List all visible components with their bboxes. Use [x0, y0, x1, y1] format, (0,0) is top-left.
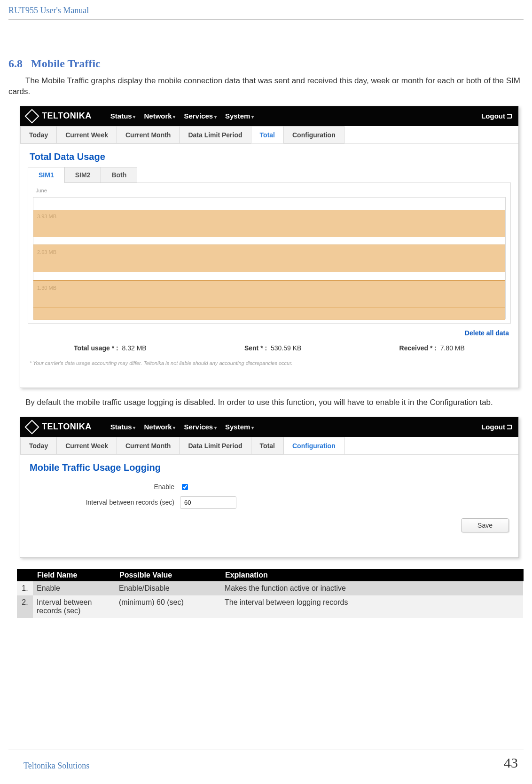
teltonika-logo: TELTONIKA	[27, 111, 92, 121]
nav-network[interactable]: Network	[144, 112, 175, 120]
tab-data-limit[interactable]: Data Limit Period	[179, 437, 250, 454]
nav-status[interactable]: Status	[110, 423, 136, 431]
main-nav-2: Status Network Services System	[110, 423, 254, 431]
teltonika-logo-2: TELTONIKA	[27, 422, 92, 432]
logo-text: TELTONIKA	[42, 111, 92, 121]
footer-brand: Teltonika Solutions	[23, 761, 89, 771]
table-row: 2. Interval between records (sec) (minim…	[17, 595, 523, 618]
logo-icon	[24, 420, 39, 434]
tab-today[interactable]: Today	[20, 126, 56, 143]
tab-total[interactable]: Total	[251, 437, 283, 454]
tab-current-week[interactable]: Current Week	[56, 126, 117, 143]
tab-total[interactable]: Total	[251, 126, 283, 143]
stat-total: Total usage * : 8.32 MB	[74, 344, 147, 352]
nav-status[interactable]: Status	[110, 112, 136, 120]
tab-current-month[interactable]: Current Month	[117, 437, 179, 454]
page-footer: Teltonika Solutions 43	[0, 755, 532, 771]
fields-table: Field Name Possible Value Explanation 1.…	[17, 569, 524, 618]
tab-today[interactable]: Today	[20, 437, 56, 454]
logout-icon	[507, 425, 512, 429]
usage-graph: 3.93 MB 2.63 MB 1.30 MB	[33, 197, 506, 319]
main-nav: Status Network Services System	[110, 112, 254, 120]
stat-received: Received * : 7.80 MB	[399, 344, 465, 352]
cell-index: 2.	[17, 595, 33, 618]
nav-services[interactable]: Services	[184, 112, 217, 120]
screenshot-configuration: TELTONIKA Status Network Services System…	[20, 417, 519, 558]
cell-explanation: The interval between logging records	[221, 595, 523, 618]
cell-possible-value: Enable/Disable	[115, 581, 221, 595]
stats-row: Total usage * : 8.32 MB Sent * : 530.59 …	[20, 341, 518, 357]
logout-link-2[interactable]: Logout	[481, 423, 512, 431]
tab-current-month[interactable]: Current Month	[117, 126, 179, 143]
save-bar: Save	[20, 514, 518, 538]
cell-field-name: Interval between records (sec)	[33, 595, 115, 618]
section-number: 6.8	[8, 57, 23, 70]
graph-bar-base	[33, 308, 505, 320]
nav-network[interactable]: Network	[144, 423, 175, 431]
panel-title-2: Mobile Traffic Usage Logging	[20, 455, 518, 478]
logout-label: Logout	[481, 112, 505, 120]
section-heading: 6.8Mobile Traffic	[8, 57, 532, 70]
table-header-row: Field Name Possible Value Explanation	[17, 569, 523, 581]
interval-label: Interval between records (sec)	[20, 499, 180, 506]
time-tabs-2: Today Current Week Current Month Data Li…	[20, 437, 518, 455]
nav-system[interactable]: System	[225, 112, 254, 120]
topbar-2: TELTONIKA Status Network Services System…	[20, 417, 518, 437]
form-row-interval: Interval between records (sec)	[20, 496, 518, 509]
tab-configuration[interactable]: Configuration	[283, 437, 344, 454]
enable-checkbox[interactable]	[182, 484, 188, 490]
sim-tab-both[interactable]: Both	[101, 167, 137, 183]
disclaimer-footnote: * Your carrier's data usage accounting m…	[20, 357, 518, 370]
screenshot-total-usage: TELTONIKA Status Network Services System…	[20, 106, 519, 388]
paragraph-1: The Mobile Traffic graphs display the mo…	[8, 76, 532, 97]
page-number: 43	[504, 755, 518, 771]
cell-field-name: Enable	[33, 581, 115, 595]
tab-current-week[interactable]: Current Week	[56, 437, 117, 454]
tab-data-limit[interactable]: Data Limit Period	[179, 126, 250, 143]
stat-sent: Sent * : 530.59 KB	[244, 344, 301, 352]
delete-all-data: Delete all data	[20, 326, 518, 341]
topbar: TELTONIKA Status Network Services System…	[20, 106, 518, 126]
form-row-enable: Enable	[20, 483, 518, 491]
logout-label: Logout	[481, 423, 505, 431]
logout-link[interactable]: Logout	[481, 112, 512, 120]
graph-month-label: June	[33, 188, 506, 195]
section-title: Mobile Traffic	[31, 57, 101, 70]
cell-explanation: Makes the function active or inactive	[221, 581, 523, 595]
graph-bar-2	[33, 245, 505, 272]
graph-bar-1	[33, 210, 505, 237]
sim-tab-sim2[interactable]: SIM2	[64, 167, 102, 183]
enable-label: Enable	[20, 483, 180, 491]
footer-rule	[8, 750, 524, 750]
th-field-name: Field Name	[33, 569, 115, 581]
nav-services[interactable]: Services	[184, 423, 217, 431]
graph-container: June 3.93 MB 2.63 MB 1.30 MB	[28, 182, 511, 324]
logout-icon	[507, 114, 512, 119]
th-possible-value: Possible Value	[115, 569, 221, 581]
cell-possible-value: (minimum) 60 (sec)	[115, 595, 221, 618]
time-tabs: Today Current Week Current Month Data Li…	[20, 126, 518, 144]
cell-index: 1.	[17, 581, 33, 595]
panel-title: Total Data Usage	[20, 144, 518, 167]
tab-configuration[interactable]: Configuration	[283, 126, 344, 143]
nav-system[interactable]: System	[225, 423, 254, 431]
delete-all-data-link[interactable]: Delete all data	[465, 329, 509, 337]
th-blank	[17, 569, 33, 581]
interval-input[interactable]	[180, 496, 236, 509]
th-explanation: Explanation	[221, 569, 523, 581]
logo-text: TELTONIKA	[42, 422, 92, 432]
logo-icon	[24, 109, 39, 123]
save-button[interactable]: Save	[461, 518, 509, 532]
sim-tab-sim1[interactable]: SIM1	[28, 167, 65, 183]
graph-bar-3	[33, 280, 505, 308]
table-row: 1. Enable Enable/Disable Makes the funct…	[17, 581, 523, 595]
sim-tabs: SIM1 SIM2 Both	[20, 167, 518, 183]
running-header: RUT955 User's Manual	[0, 6, 532, 18]
paragraph-2: By default the mobile traffic usage logg…	[8, 397, 532, 408]
